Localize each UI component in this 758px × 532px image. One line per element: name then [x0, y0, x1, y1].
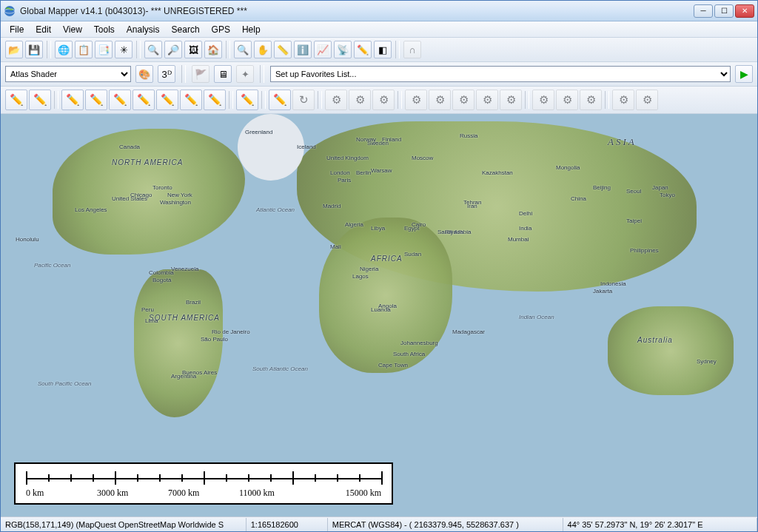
unknown-tool-button[interactable]: ∩	[403, 41, 421, 58]
save-button[interactable]: 💾	[25, 41, 43, 58]
open-button[interactable]: 📂	[5, 41, 23, 58]
map-label: Madagascar	[452, 329, 485, 335]
config-button[interactable]: 📑	[95, 41, 113, 58]
text-button[interactable]: ✏️	[204, 90, 226, 110]
tool-d[interactable]: ⚙	[405, 90, 427, 110]
tool-h[interactable]: ⚙	[500, 90, 522, 110]
map-label: Rio de Janeiro	[212, 329, 250, 335]
zoom-out-button[interactable]: 🔎	[164, 41, 182, 58]
full-view-button[interactable]: 🖼	[184, 41, 202, 58]
map-label: Greenland	[245, 129, 272, 135]
map-label: Chicago	[130, 192, 152, 198]
tool-g[interactable]: ⚙	[476, 90, 498, 110]
tool-m[interactable]: ⚙	[636, 90, 658, 110]
view-shed-button[interactable]: 📡	[334, 41, 352, 58]
shader-select[interactable]: Atlas Shader	[5, 66, 131, 82]
map-label: Berlin	[356, 169, 371, 176]
menu-gps[interactable]: GPS	[206, 22, 236, 37]
map-label: Kazakhstan	[482, 169, 513, 176]
map-label: Honolulu	[16, 236, 39, 243]
minimize-button[interactable]: ─	[694, 4, 713, 18]
map-label: Philippines	[630, 247, 659, 254]
create-area-button[interactable]: ✏️	[61, 90, 84, 110]
rotate-button[interactable]: ↻	[292, 90, 315, 110]
close-button[interactable]: ✕	[735, 4, 754, 18]
svg-point-0	[4, 6, 15, 16]
tool-l[interactable]: ⚙	[612, 90, 634, 110]
map-label: Sudan	[404, 251, 421, 257]
map-layout-button[interactable]: 📋	[75, 41, 93, 58]
raster-options-button[interactable]: ✳	[115, 41, 133, 58]
titlebar: Global Mapper v14.1 (b043013)- *** UNREG…	[1, 1, 757, 21]
map-label: Tokyo	[660, 192, 675, 198]
scale-label: 11000 km	[239, 488, 310, 499]
refresh-button[interactable]: ✦	[236, 65, 254, 83]
tool-f[interactable]: ⚙	[452, 90, 474, 110]
ocean-label: Atlantic Ocean	[256, 206, 295, 213]
measure-tool-button[interactable]: 📏	[274, 41, 292, 58]
create-point-button[interactable]: ✏️	[5, 90, 27, 110]
map-label: Warsaw	[371, 167, 392, 174]
tool-b[interactable]: ⚙	[349, 90, 371, 110]
map-label: Finland	[382, 136, 401, 143]
menu-help[interactable]: Help	[236, 22, 266, 37]
edit-point-button[interactable]: ✏️	[236, 90, 258, 110]
pan-tool-button[interactable]: ✋	[254, 41, 272, 58]
home-button[interactable]: 🏠	[204, 41, 222, 58]
scale-label: 3000 km	[97, 488, 168, 499]
3d-view-button[interactable]: 3ᴰ	[158, 65, 175, 83]
zoom-in-button[interactable]: 🔍	[144, 41, 162, 58]
map-label: Venezuela	[171, 266, 198, 272]
menu-edit[interactable]: Edit	[30, 22, 57, 37]
freehand-button[interactable]: ✏️	[109, 90, 131, 110]
map-label: India	[519, 225, 531, 232]
favorites-select[interactable]: Set up Favorites List...	[270, 66, 731, 82]
status-coordinates: 44° 35' 57.2973" N, 19° 26' 2.3017" E	[563, 518, 757, 531]
separator	[260, 65, 264, 83]
menubar: File Edit View Tools Analysis Search GPS…	[1, 21, 757, 38]
trace-button[interactable]: ✏️	[85, 90, 107, 110]
map-label: Delhi	[519, 210, 532, 217]
separator	[136, 41, 141, 58]
path-profile-button[interactable]: 📈	[314, 41, 332, 58]
zoom-tool-button[interactable]: 🔍	[234, 41, 252, 58]
map-label: Iceland	[297, 144, 316, 150]
online-sources-button[interactable]: 🌐	[55, 41, 73, 58]
tool-a[interactable]: ⚙	[325, 90, 347, 110]
tool-k[interactable]: ⚙	[580, 90, 602, 110]
map-viewport[interactable]: ASIA NORTH AMERICA SOUTH AMERICA AFRICA …	[1, 114, 757, 516]
image-swipe-button[interactable]: ◧	[374, 41, 392, 58]
circle-button[interactable]: ✏️	[156, 90, 178, 110]
map-label: Madrid	[323, 203, 341, 209]
tool-i[interactable]: ⚙	[532, 90, 554, 110]
tool-j[interactable]: ⚙	[556, 90, 578, 110]
cogo-button[interactable]: ✏️	[133, 90, 155, 110]
flag-button[interactable]: 🚩	[192, 65, 209, 83]
continent-label: AFRICA	[371, 255, 403, 263]
menu-search[interactable]: Search	[166, 22, 206, 37]
tool-c[interactable]: ⚙	[372, 90, 395, 110]
continent-label: SOUTH AMERICA	[149, 314, 220, 322]
grid-button[interactable]: ✏️	[180, 90, 202, 110]
map-label: Nigeria	[360, 266, 378, 272]
map-label: Indonesia	[600, 280, 626, 287]
run-favorite-button[interactable]: ▶	[735, 65, 753, 83]
info-tool-button[interactable]: ℹ️	[294, 41, 312, 58]
menu-tools[interactable]: Tools	[88, 22, 121, 37]
map-label: Taipei	[626, 218, 642, 224]
shader-options-button[interactable]: 🎨	[135, 65, 153, 83]
digitizer-tool-button[interactable]: ✏️	[354, 41, 372, 58]
menu-view[interactable]: View	[57, 22, 88, 37]
ocean-label: South Atlantic Ocean	[252, 366, 308, 372]
map-label: Seoul	[626, 188, 641, 195]
create-line-button[interactable]: ✏️	[29, 90, 51, 110]
monitor-button[interactable]: 🖥	[214, 65, 232, 83]
tool-e[interactable]: ⚙	[429, 90, 451, 110]
map-label: Riyadh	[445, 229, 463, 235]
map-label: São Paulo	[201, 336, 228, 343]
move-button[interactable]: ✏️	[269, 90, 291, 110]
map-label: London	[330, 169, 350, 176]
menu-file[interactable]: File	[4, 22, 30, 37]
maximize-button[interactable]: ☐	[714, 4, 734, 18]
menu-analysis[interactable]: Analysis	[121, 22, 166, 37]
